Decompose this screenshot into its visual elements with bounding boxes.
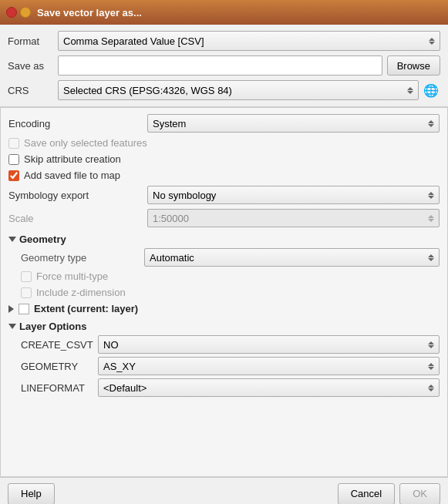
bottom-left: Help — [8, 483, 55, 505]
force-multi-label: Force multi-type — [36, 270, 108, 282]
encoding-row: Encoding System — [8, 114, 440, 133]
geometry-layer-arrow — [428, 363, 434, 370]
lineformat-label: LINEFORMAT — [21, 382, 98, 394]
lineformat-select[interactable]: <Default> — [98, 378, 440, 397]
crs-select[interactable]: Selected CRS (EPSG:4326, WGS 84) — [58, 80, 419, 100]
encoding-value: System — [153, 118, 186, 129]
lineformat-row: LINEFORMAT <Default> — [21, 378, 440, 397]
skip-attribute-checkbox[interactable] — [8, 154, 19, 165]
help-button[interactable]: Help — [8, 483, 55, 505]
saveas-input[interactable] — [58, 55, 382, 76]
save-only-selected-checkbox[interactable] — [8, 138, 19, 149]
save-only-selected-label: Save only selected features — [24, 137, 147, 149]
extent-collapse-icon[interactable] — [8, 305, 14, 313]
force-multi-row: Force multi-type — [21, 270, 440, 282]
extent-label: Extent (current: layer) — [34, 303, 138, 314]
browse-button[interactable]: Browse — [387, 55, 440, 76]
layer-options-sub-section: CREATE_CSVT NO GEOMETRY AS_XY — [21, 335, 440, 397]
create-csvt-select[interactable]: NO — [98, 335, 440, 354]
window-title: Save vector layer as... — [37, 7, 142, 18]
format-label: Format — [8, 35, 58, 47]
saveas-row: Save as Browse — [8, 55, 440, 76]
crs-label: CRS — [8, 85, 58, 96]
add-to-map-label: Add saved file to map — [24, 170, 120, 181]
geometry-layer-select[interactable]: AS_XY — [98, 357, 440, 375]
ok-button[interactable]: OK — [399, 483, 440, 505]
crs-arrow — [407, 87, 413, 94]
extent-row: Extent (current: layer) — [8, 303, 440, 314]
geometry-group-label: Geometry — [19, 234, 66, 245]
symbology-row: Symbology export No symbology — [8, 186, 440, 204]
lineformat-value: <Default> — [103, 382, 147, 394]
skip-attribute-label: Skip attribute creation — [24, 153, 121, 165]
saveas-label: Save as — [8, 60, 58, 72]
create-csvt-row: CREATE_CSVT NO — [21, 335, 440, 354]
geometry-layer-row: GEOMETRY AS_XY — [21, 357, 440, 375]
layer-options-header[interactable]: Layer Options — [8, 321, 440, 332]
bottom-right: Cancel OK — [338, 483, 440, 505]
create-csvt-label: CREATE_CSVT — [21, 339, 98, 351]
minimize-button[interactable] — [20, 7, 31, 18]
top-section: Format Comma Separated Value [CSV] Save … — [0, 25, 448, 107]
encoding-arrow — [428, 120, 434, 127]
scale-row: Scale 1:50000 — [8, 209, 440, 227]
include-z-checkbox[interactable] — [21, 287, 32, 298]
encoding-select[interactable]: System — [147, 114, 440, 133]
symbology-arrow — [428, 192, 434, 199]
add-to-map-checkbox[interactable] — [8, 170, 19, 181]
crs-value: Selected CRS (EPSG:4326, WGS 84) — [63, 85, 232, 96]
geometry-type-select[interactable]: Automatic — [144, 248, 440, 267]
format-select[interactable]: Comma Separated Value [CSV] — [58, 31, 440, 51]
scrollable-section[interactable]: Encoding System Save only selected featu… — [0, 107, 448, 477]
crs-row: CRS Selected CRS (EPSG:4326, WGS 84) 🌐 — [8, 80, 440, 100]
geometry-layer-label: GEOMETRY — [21, 361, 98, 372]
format-row: Format Comma Separated Value [CSV] — [8, 31, 440, 51]
geometry-layer-value: AS_XY — [103, 361, 136, 372]
geometry-type-label: Geometry type — [21, 252, 144, 264]
include-z-row: Include z-dimension — [21, 287, 440, 298]
create-csvt-value: NO — [103, 339, 119, 351]
include-z-label: Include z-dimension — [36, 287, 126, 298]
scale-select[interactable]: 1:50000 — [147, 209, 440, 227]
crs-globe-button[interactable]: 🌐 — [422, 81, 440, 99]
format-value: Comma Separated Value [CSV] — [63, 35, 204, 47]
layer-options-collapse-icon[interactable] — [8, 324, 16, 329]
scale-arrow — [428, 215, 434, 222]
encoding-label: Encoding — [8, 118, 147, 129]
scale-label: Scale — [8, 213, 147, 224]
extent-checkbox[interactable] — [19, 304, 29, 314]
symbology-value: No symbology — [153, 190, 216, 201]
title-bar: Save vector layer as... — [0, 0, 448, 25]
geometry-sub-section: Geometry type Automatic Force multi-type… — [21, 248, 440, 298]
create-csvt-arrow — [428, 341, 434, 348]
close-button[interactable] — [6, 7, 17, 18]
add-to-map-row: Add saved file to map — [8, 170, 440, 181]
skip-attribute-row: Skip attribute creation — [8, 153, 440, 165]
main-content: Format Comma Separated Value [CSV] Save … — [0, 25, 448, 504]
geometry-group-header[interactable]: Geometry — [8, 234, 440, 245]
bottom-bar: Help Cancel OK — [0, 477, 448, 504]
window-controls[interactable] — [6, 7, 31, 18]
geometry-type-value: Automatic — [150, 252, 194, 264]
scale-value: 1:50000 — [153, 213, 189, 224]
lineformat-arrow — [428, 385, 434, 391]
force-multi-checkbox[interactable] — [21, 271, 32, 282]
geometry-collapse-icon[interactable] — [8, 237, 16, 242]
symbology-label: Symbology export — [8, 190, 147, 201]
symbology-select[interactable]: No symbology — [147, 186, 440, 204]
save-only-selected-row: Save only selected features — [8, 137, 440, 149]
geometry-type-row: Geometry type Automatic — [21, 248, 440, 267]
cancel-button[interactable]: Cancel — [338, 483, 395, 505]
geometry-type-arrow — [428, 254, 434, 261]
format-arrow — [429, 38, 435, 45]
layer-options-label: Layer Options — [19, 321, 86, 332]
